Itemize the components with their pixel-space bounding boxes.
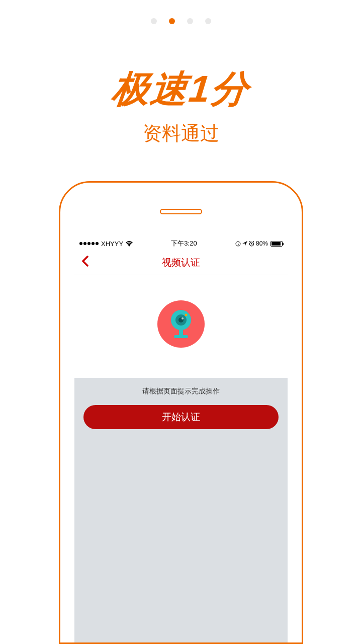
svg-point-6: [185, 314, 188, 316]
indicator-dot[interactable]: [205, 18, 211, 24]
svg-rect-7: [179, 330, 183, 335]
headline-sub: 资料通过: [0, 121, 362, 146]
nav-bar: 视频认证: [74, 250, 288, 275]
nav-title: 视频认证: [162, 256, 200, 269]
signal-icon: [79, 242, 99, 245]
status-bar: XHYYY 下午3:20 80%: [74, 237, 288, 250]
carrier-label: XHYYY: [101, 240, 123, 248]
instruction-text: 请根据页面提示完成操作: [83, 387, 279, 396]
indicator-dot[interactable]: [151, 18, 157, 24]
battery-icon: [270, 241, 283, 247]
svg-rect-8: [174, 335, 188, 338]
location-icon: [242, 241, 247, 246]
phone-frame: XHYYY 下午3:20 80% 视频认证: [59, 181, 303, 644]
camera-circle[interactable]: [157, 300, 205, 348]
camera-section: [74, 275, 288, 378]
indicator-dot[interactable]: [187, 18, 193, 24]
phone-screen: XHYYY 下午3:20 80% 视频认证: [74, 237, 288, 642]
back-button[interactable]: [81, 256, 88, 270]
chevron-left-icon: [81, 256, 88, 267]
start-verify-button[interactable]: 开始认证: [83, 405, 279, 429]
status-right: 80%: [235, 240, 283, 247]
indicator-dot-active[interactable]: [169, 18, 175, 24]
page-indicators: [0, 0, 362, 24]
lock-icon: [235, 241, 241, 247]
action-section: 请根据页面提示完成操作 开始认证: [74, 378, 288, 429]
headline-big: 极速1分: [110, 64, 252, 115]
status-time: 下午3:20: [171, 239, 197, 248]
wifi-icon: [126, 241, 133, 247]
status-left: XHYYY: [79, 240, 133, 248]
alarm-icon: [249, 241, 254, 247]
phone-speaker: [160, 209, 202, 214]
headline: 极速1分 资料通过: [0, 64, 362, 146]
camera-icon: [168, 309, 194, 339]
battery-percent: 80%: [256, 240, 268, 247]
svg-point-5: [182, 317, 184, 319]
